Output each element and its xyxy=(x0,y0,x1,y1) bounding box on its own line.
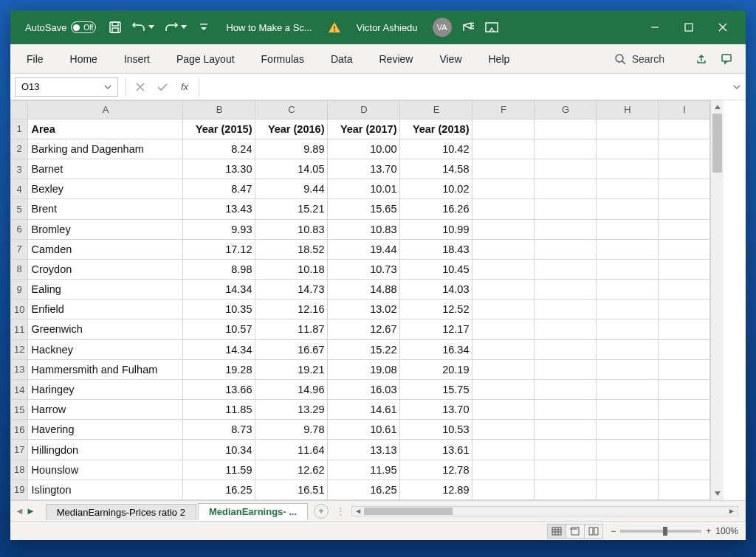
sheet-tab-active[interactable]: MedianEarnings- ... xyxy=(198,503,308,520)
comments-button[interactable] xyxy=(716,49,737,69)
cell[interactable]: 9.89 xyxy=(255,139,328,159)
col-header-E[interactable]: E xyxy=(400,101,472,120)
cell[interactable] xyxy=(597,239,659,259)
row-header[interactable]: 10 xyxy=(11,300,28,319)
cell[interactable]: 10.42 xyxy=(400,139,472,159)
table-row[interactable]: 17Hillingdon10.3411.6413.1313.61 xyxy=(11,440,710,460)
cell[interactable]: 15.65 xyxy=(328,199,400,219)
cell[interactable] xyxy=(535,420,597,440)
cell[interactable]: 10.18 xyxy=(255,259,328,279)
cell[interactable] xyxy=(659,359,710,379)
cell[interactable] xyxy=(659,460,710,480)
cell[interactable]: 10.02 xyxy=(400,179,472,199)
cell[interactable] xyxy=(597,319,659,339)
sheet-tab-inactive[interactable]: MedianEarnings-Prices ratio 2 xyxy=(46,504,196,520)
cell[interactable]: 13.30 xyxy=(183,159,255,179)
cell[interactable]: 9.78 xyxy=(255,420,328,440)
scroll-left-icon[interactable]: ◄ xyxy=(352,507,364,515)
scroll-down-icon[interactable] xyxy=(711,487,724,500)
cell[interactable]: Haringey xyxy=(28,379,183,399)
undo-icon[interactable] xyxy=(131,20,146,35)
cell[interactable] xyxy=(659,219,710,239)
cell[interactable]: Bromley xyxy=(28,219,183,239)
cell[interactable] xyxy=(659,139,710,159)
redo-icon[interactable] xyxy=(164,20,179,35)
cell[interactable]: 12.17 xyxy=(400,319,472,339)
horizontal-scrollbar[interactable]: ◄ ► xyxy=(351,506,738,516)
cell[interactable] xyxy=(597,159,659,179)
cell[interactable] xyxy=(597,460,659,480)
name-box[interactable]: O13 xyxy=(15,77,118,97)
table-row[interactable]: 3Barnet13.3014.0513.7014.58 xyxy=(11,159,710,179)
search-box[interactable]: Search xyxy=(614,53,664,65)
cell[interactable] xyxy=(659,300,710,319)
cell[interactable] xyxy=(472,259,535,279)
cell[interactable]: 16.26 xyxy=(400,199,472,219)
hscroll-thumb[interactable] xyxy=(364,508,453,515)
cell[interactable] xyxy=(659,179,710,199)
cell[interactable]: 16.34 xyxy=(400,339,472,359)
cell[interactable] xyxy=(659,159,710,179)
cell[interactable]: 12.52 xyxy=(400,300,472,319)
cell[interactable]: 19.44 xyxy=(328,239,400,259)
cell[interactable] xyxy=(535,119,597,139)
user-avatar[interactable]: VA xyxy=(433,18,452,37)
tab-home[interactable]: Home xyxy=(57,44,111,73)
cell[interactable] xyxy=(659,259,710,279)
cell[interactable]: 16.25 xyxy=(183,480,255,499)
cell[interactable]: 10.00 xyxy=(328,139,400,159)
row-header[interactable]: 4 xyxy=(11,179,28,199)
cell[interactable]: 9.93 xyxy=(183,219,255,239)
cell[interactable]: 14.05 xyxy=(255,159,328,179)
cell[interactable] xyxy=(535,159,597,179)
cell[interactable]: 14.96 xyxy=(255,379,328,399)
scroll-up-icon[interactable] xyxy=(711,100,724,114)
cell[interactable]: 13.70 xyxy=(328,159,400,179)
cell[interactable]: 10.34 xyxy=(183,440,255,460)
cell[interactable]: 13.13 xyxy=(328,440,400,460)
cell[interactable] xyxy=(535,239,597,259)
cell[interactable]: Camden xyxy=(28,239,183,259)
cell[interactable] xyxy=(535,139,597,159)
customize-qat-icon[interactable] xyxy=(196,20,211,35)
cell[interactable]: Year (2018) xyxy=(400,119,472,139)
cell[interactable]: 10.35 xyxy=(183,300,255,319)
cell[interactable] xyxy=(535,480,597,499)
cell[interactable]: 10.83 xyxy=(328,219,400,239)
cell[interactable] xyxy=(597,420,659,440)
share-button[interactable] xyxy=(691,49,712,69)
normal-view-button[interactable] xyxy=(547,524,566,539)
col-header-H[interactable]: H xyxy=(597,101,659,120)
cell[interactable]: 8.47 xyxy=(183,179,255,199)
cell[interactable] xyxy=(659,379,710,399)
tab-help[interactable]: Help xyxy=(475,44,523,73)
warning-icon[interactable] xyxy=(327,20,342,35)
cell[interactable] xyxy=(597,280,659,300)
col-header-A[interactable]: A xyxy=(28,101,183,120)
cell[interactable]: 14.03 xyxy=(400,280,472,300)
cell[interactable] xyxy=(597,179,659,199)
cell[interactable] xyxy=(472,199,535,219)
cell[interactable]: Islington xyxy=(28,480,183,499)
vertical-scrollbar[interactable] xyxy=(710,100,724,500)
cell[interactable] xyxy=(659,480,710,499)
cell[interactable] xyxy=(659,280,710,300)
cell[interactable] xyxy=(472,400,535,420)
expand-formula-bar-button[interactable] xyxy=(728,84,746,90)
cell[interactable]: 11.87 xyxy=(255,319,328,339)
col-header-F[interactable]: F xyxy=(472,101,535,120)
cell[interactable] xyxy=(535,379,597,399)
cell[interactable] xyxy=(597,339,659,359)
cell[interactable] xyxy=(472,139,535,159)
page-break-view-button[interactable] xyxy=(584,524,603,539)
cell[interactable] xyxy=(472,460,535,480)
row-header[interactable]: 12 xyxy=(11,339,28,359)
cell[interactable] xyxy=(535,359,597,379)
cell[interactable] xyxy=(659,239,710,259)
cell[interactable] xyxy=(597,259,659,279)
tab-data[interactable]: Data xyxy=(317,44,366,73)
col-header-C[interactable]: C xyxy=(255,101,328,120)
minimize-button[interactable] xyxy=(638,10,672,44)
cell[interactable] xyxy=(472,359,535,379)
row-header[interactable]: 18 xyxy=(11,460,28,480)
